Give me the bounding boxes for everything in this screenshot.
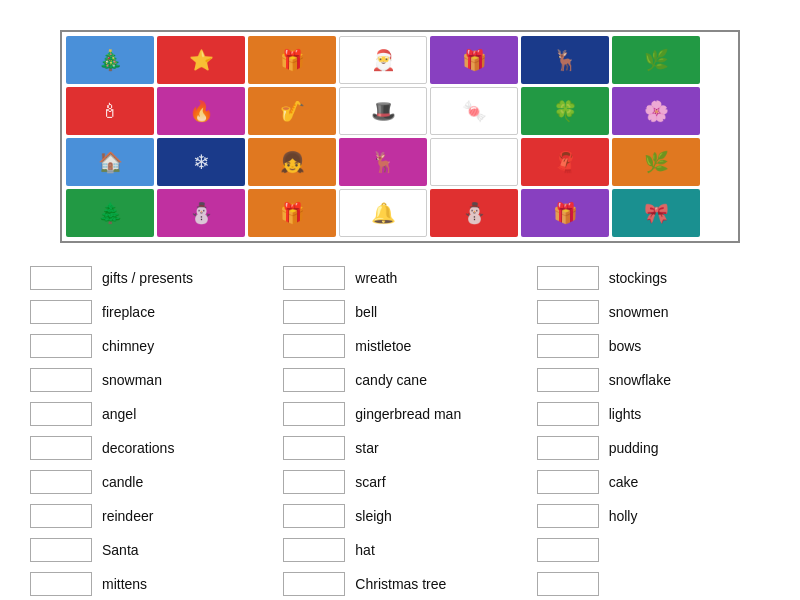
word-input-box-col0-row3[interactable] [30, 368, 92, 392]
image-cell-3-3[interactable]: 🔔 [339, 189, 427, 237]
image-cell-3-1[interactable]: ⛄ [157, 189, 245, 237]
image-cell-0-5[interactable]: 🦌 [521, 36, 609, 84]
word-input-box-col0-row4[interactable] [30, 402, 92, 426]
word-input-box-col1-row6[interactable] [283, 470, 345, 494]
cell-icon: 🎁 [553, 201, 578, 225]
image-cell-2-0[interactable]: 🏠 [66, 138, 154, 186]
cell-icon: 🎁 [462, 48, 487, 72]
cell-icon: 🎀 [644, 201, 669, 225]
word-item-col2-row1: snowmen [527, 295, 780, 329]
word-list: gifts / presentswreathstockingsfireplace… [20, 261, 780, 600]
word-input-box-col1-row0[interactable] [283, 266, 345, 290]
word-item-col0-row9: mittens [20, 567, 273, 600]
word-input-box-col0-row2[interactable] [30, 334, 92, 358]
word-label-col1-row1: bell [355, 304, 377, 320]
word-input-box-col0-row7[interactable] [30, 504, 92, 528]
image-cell-0-2[interactable]: 🎁 [248, 36, 336, 84]
word-label-col0-row9: mittens [102, 576, 147, 592]
image-cell-2-2[interactable]: 👧 [248, 138, 336, 186]
cell-icon: ⛄ [189, 201, 214, 225]
image-cell-0-6[interactable]: 🌿 [612, 36, 700, 84]
word-input-box-col2-row9[interactable] [537, 572, 599, 596]
image-cell-1-3[interactable]: 🎩 [339, 87, 427, 135]
image-cell-1-1[interactable]: 🔥 [157, 87, 245, 135]
image-cell-2-1[interactable]: ❄ [157, 138, 245, 186]
image-cell-0-4[interactable]: 🎁 [430, 36, 518, 84]
word-input-box-col2-row7[interactable] [537, 504, 599, 528]
word-input-box-col2-row4[interactable] [537, 402, 599, 426]
word-input-box-col0-row0[interactable] [30, 266, 92, 290]
image-row-2: 🏠❄👧🦌🕯🧣🌿 [66, 138, 734, 186]
word-input-box-col2-row3[interactable] [537, 368, 599, 392]
word-input-box-col2-row2[interactable] [537, 334, 599, 358]
word-label-col0-row2: chimney [102, 338, 154, 354]
image-cell-2-3[interactable]: 🦌 [339, 138, 427, 186]
image-cell-1-4[interactable]: 🍬 [430, 87, 518, 135]
cell-icon: 🌿 [644, 48, 669, 72]
image-cell-1-5[interactable]: 🍀 [521, 87, 609, 135]
word-label-col2-row7: holly [609, 508, 638, 524]
cell-icon: 🦌 [553, 48, 578, 72]
word-input-box-col2-row0[interactable] [537, 266, 599, 290]
image-cell-3-6[interactable]: 🎀 [612, 189, 700, 237]
word-input-box-col1-row4[interactable] [283, 402, 345, 426]
word-item-col0-row2: chimney [20, 329, 273, 363]
word-item-col0-row3: snowman [20, 363, 273, 397]
cell-icon: 🧣 [553, 150, 578, 174]
cell-icon: 🏠 [98, 150, 123, 174]
cell-icon: 🌿 [644, 150, 669, 174]
word-input-box-col1-row2[interactable] [283, 334, 345, 358]
image-cell-3-2[interactable]: 🎁 [248, 189, 336, 237]
word-label-col1-row7: sleigh [355, 508, 392, 524]
word-label-col1-row6: scarf [355, 474, 385, 490]
word-input-box-col1-row5[interactable] [283, 436, 345, 460]
image-cell-3-0[interactable]: 🌲 [66, 189, 154, 237]
cell-icon: 🕯 [464, 151, 484, 174]
word-input-box-col1-row3[interactable] [283, 368, 345, 392]
word-item-col2-row2: bows [527, 329, 780, 363]
word-input-box-col0-row9[interactable] [30, 572, 92, 596]
word-label-col2-row6: cake [609, 474, 639, 490]
word-label-col0-row1: fireplace [102, 304, 155, 320]
image-cell-1-2[interactable]: 🎷 [248, 87, 336, 135]
word-input-box-col1-row1[interactable] [283, 300, 345, 324]
word-input-box-col0-row6[interactable] [30, 470, 92, 494]
image-cell-2-6[interactable]: 🌿 [612, 138, 700, 186]
image-cell-2-4[interactable]: 🕯 [430, 138, 518, 186]
cell-icon: 🍀 [553, 99, 578, 123]
word-input-box-col2-row1[interactable] [537, 300, 599, 324]
word-label-col1-row5: star [355, 440, 378, 456]
word-input-box-col0-row1[interactable] [30, 300, 92, 324]
image-cell-3-5[interactable]: 🎁 [521, 189, 609, 237]
word-item-col1-row3: candy cane [273, 363, 526, 397]
image-cell-0-3[interactable]: 🎅 [339, 36, 427, 84]
cell-icon: 🎄 [98, 48, 123, 72]
word-input-box-col2-row8[interactable] [537, 538, 599, 562]
image-cell-0-1[interactable]: ⭐ [157, 36, 245, 84]
word-item-col1-row7: sleigh [273, 499, 526, 533]
word-label-col2-row4: lights [609, 406, 642, 422]
word-item-col1-row6: scarf [273, 465, 526, 499]
cell-icon: ⭐ [189, 48, 214, 72]
word-label-col2-row3: snowflake [609, 372, 671, 388]
word-item-col1-row0: wreath [273, 261, 526, 295]
word-label-col1-row2: mistletoe [355, 338, 411, 354]
image-cell-1-6[interactable]: 🌸 [612, 87, 700, 135]
word-item-col0-row5: decorations [20, 431, 273, 465]
cell-icon: 🔔 [371, 201, 396, 225]
word-item-col0-row7: reindeer [20, 499, 273, 533]
image-cell-2-5[interactable]: 🧣 [521, 138, 609, 186]
word-input-box-col1-row8[interactable] [283, 538, 345, 562]
image-cell-1-0[interactable]: 🕯 [66, 87, 154, 135]
word-item-col1-row1: bell [273, 295, 526, 329]
word-input-box-col1-row7[interactable] [283, 504, 345, 528]
word-label-col2-row2: bows [609, 338, 642, 354]
word-item-col0-row8: Santa [20, 533, 273, 567]
word-input-box-col0-row8[interactable] [30, 538, 92, 562]
image-cell-3-4[interactable]: ⛄ [430, 189, 518, 237]
word-input-box-col1-row9[interactable] [283, 572, 345, 596]
word-input-box-col2-row6[interactable] [537, 470, 599, 494]
word-input-box-col0-row5[interactable] [30, 436, 92, 460]
word-input-box-col2-row5[interactable] [537, 436, 599, 460]
image-cell-0-0[interactable]: 🎄 [66, 36, 154, 84]
